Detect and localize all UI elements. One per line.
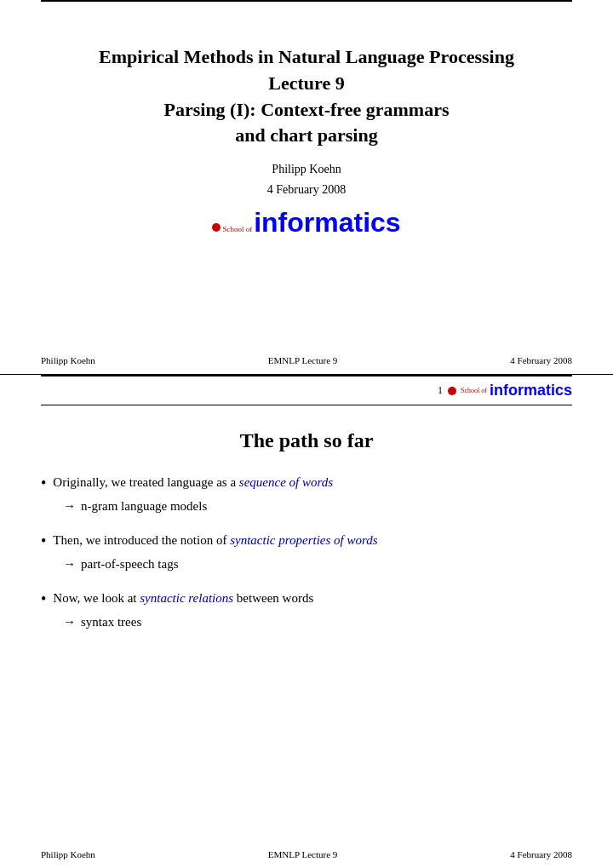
bullet-arrow-1: → n-gram language models xyxy=(63,497,572,516)
bullet-dot-2: • xyxy=(41,532,46,551)
slide2-footer-left: Philipp Koehn xyxy=(41,849,95,859)
bullet-section-2: • Then, we introduced the notion of synt… xyxy=(41,531,572,573)
link-syntactic-properties[interactable]: syntactic properties of words xyxy=(230,533,377,547)
slide1-title: Empirical Methods in Natural Language Pr… xyxy=(99,44,514,149)
informatics-logo: School of informatics xyxy=(212,207,400,239)
bullet-item-1: • Originally, we treated language as a s… xyxy=(41,473,572,493)
bullet-section-3: • Now, we look at syntactic relations be… xyxy=(41,589,572,631)
link-sequence-of-words[interactable]: sequence of words xyxy=(239,475,333,489)
slide2-logo-text: informatics xyxy=(490,382,572,400)
bullet-item-2: • Then, we introduced the notion of synt… xyxy=(41,531,572,551)
slide2-header: 1 School of informatics xyxy=(41,377,572,405)
logo-red-dot xyxy=(212,223,221,232)
slide1: Empirical Methods in Natural Language Pr… xyxy=(0,0,613,375)
slide2-logo-dot xyxy=(448,387,456,395)
bullet-item-3: • Now, we look at syntactic relations be… xyxy=(41,589,572,609)
bullet-section-1: • Originally, we treated language as a s… xyxy=(41,473,572,515)
bullet-arrow-3: → syntax trees xyxy=(63,612,572,632)
slide2-title: The path so far xyxy=(41,429,572,452)
logo-informatics-text: informatics xyxy=(254,207,400,239)
bullet-dot-1: • xyxy=(41,474,46,493)
page: Empirical Methods in Natural Language Pr… xyxy=(0,0,613,868)
slide2: 1 School of informatics The path so far … xyxy=(0,375,613,868)
footer-left: Philipp Koehn xyxy=(41,355,95,365)
slide1-footer: Philipp Koehn EMNLP Lecture 9 4 February… xyxy=(41,355,572,365)
slide1-content: Empirical Methods in Natural Language Pr… xyxy=(41,2,572,239)
footer-right: 4 February 2008 xyxy=(510,355,572,365)
slide1-author: Philipp Koehn xyxy=(272,163,341,176)
slide1-date: 4 February 2008 xyxy=(267,183,347,197)
slide2-footer: Philipp Koehn EMNLP Lecture 9 4 February… xyxy=(41,849,572,859)
link-syntactic-relations[interactable]: syntactic relations xyxy=(140,591,233,605)
bullet-arrow-2: → part-of-speech tags xyxy=(63,555,572,574)
footer-center: EMNLP Lecture 9 xyxy=(268,355,337,365)
bullet-dot-3: • xyxy=(41,590,46,609)
slide2-informatics-logo: School of informatics xyxy=(448,382,572,400)
slide2-footer-right: 4 February 2008 xyxy=(510,849,572,859)
slide-number: 1 xyxy=(438,384,443,397)
slide2-footer-center: EMNLP Lecture 9 xyxy=(268,849,337,859)
